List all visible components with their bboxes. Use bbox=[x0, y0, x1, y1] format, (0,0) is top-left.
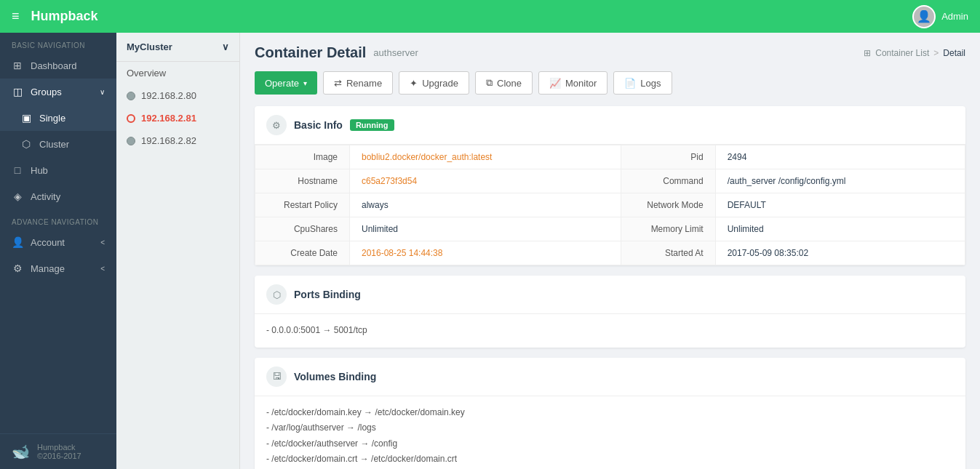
rename-icon: ⇄ bbox=[334, 78, 342, 89]
table-row: Hostname c65a273f3d54 Command /auth_serv… bbox=[255, 169, 965, 193]
sub-sidebar-node-1[interactable]: 192.168.2.81 bbox=[116, 107, 239, 129]
sidebar-item-label: Dashboard bbox=[31, 60, 77, 71]
footer-copy: ©2016-2017 bbox=[37, 452, 81, 460]
sidebar-item-label: Hub bbox=[31, 165, 48, 176]
sub-sidebar-header: MyCluster ∨ bbox=[116, 33, 239, 62]
basic-info-header: ⚙ Basic Info Running bbox=[255, 106, 965, 145]
volumes-entry-3: - /etc/docker/domain.crt → /etc/docker/d… bbox=[266, 452, 954, 468]
sidebar-item-label: Activity bbox=[31, 191, 60, 202]
table-row: Image bobliu2.docker/docker_auth:latest … bbox=[255, 145, 965, 169]
sidebar-item-account[interactable]: 👤 Account < bbox=[0, 229, 116, 255]
monitor-button[interactable]: 📈 Monitor bbox=[538, 71, 607, 95]
logs-button[interactable]: 📄 Logs bbox=[613, 71, 672, 95]
memory-limit-label: Memory Limit bbox=[621, 217, 715, 241]
ports-entry-0: - 0.0.0.0:5001 → 5001/tcp bbox=[266, 323, 954, 339]
basic-info-icon: ⚙ bbox=[266, 115, 287, 135]
command-label: Command bbox=[621, 169, 715, 193]
volumes-entry-0: - /etc/docker/domain.key → /etc/docker/d… bbox=[266, 405, 954, 421]
cluster-chevron-icon[interactable]: ∨ bbox=[222, 41, 229, 52]
ports-binding-card: ⬡ Ports Binding - 0.0.0.0:5001 → 5001/tc… bbox=[255, 276, 965, 348]
rename-button[interactable]: ⇄ Rename bbox=[323, 71, 393, 95]
upgrade-button[interactable]: ✦ Upgrade bbox=[399, 71, 469, 95]
cpushares-value: Unlimited bbox=[350, 217, 621, 241]
breadcrumb-list-link[interactable]: Container List bbox=[875, 48, 929, 58]
sidebar-item-single[interactable]: ▣ Single bbox=[0, 105, 116, 131]
network-mode-label: Network Mode bbox=[621, 193, 715, 217]
sidebar-item-label: Single bbox=[39, 113, 65, 124]
page-title-area: Container Detail authserver bbox=[255, 44, 418, 61]
network-mode-value: DEFAULT bbox=[715, 193, 965, 217]
ports-header: ⬡ Ports Binding bbox=[255, 276, 965, 314]
top-header: ≡ Humpback 👤 Admin bbox=[0, 0, 980, 33]
manage-chevron-icon: < bbox=[100, 265, 105, 273]
page-title: Container Detail bbox=[255, 44, 366, 61]
clone-button[interactable]: ⧉ Clone bbox=[475, 71, 533, 95]
pid-value: 2494 bbox=[715, 145, 965, 169]
node-ip-2: 192.168.2.82 bbox=[141, 135, 196, 146]
restart-policy-label: Restart Policy bbox=[255, 193, 350, 217]
monitor-icon: 📈 bbox=[549, 78, 561, 89]
page-subtitle: authserver bbox=[373, 47, 418, 58]
breadcrumb: ⊞ Container List > Detail bbox=[864, 48, 965, 58]
chevron-down-icon: ∨ bbox=[100, 88, 105, 96]
toolbar: Operate ▾ ⇄ Rename ✦ Upgrade ⧉ Clone 📈 M… bbox=[255, 71, 965, 95]
clone-icon: ⧉ bbox=[486, 77, 493, 89]
hostname-value: c65a273f3d54 bbox=[350, 169, 621, 193]
user-area: 👤 Admin bbox=[912, 5, 968, 28]
clone-label: Clone bbox=[497, 78, 522, 89]
started-at-value: 2017-05-09 08:35:02 bbox=[715, 241, 965, 265]
upgrade-label: Upgrade bbox=[422, 78, 458, 89]
basic-nav-label: BASIC NAVIGATION bbox=[0, 33, 116, 52]
create-date-label: Create Date bbox=[255, 241, 350, 265]
sidebar-item-dashboard[interactable]: ⊞ Dashboard bbox=[0, 52, 116, 79]
sidebar: BASIC NAVIGATION ⊞ Dashboard ◫ Groups ∨ … bbox=[0, 33, 116, 469]
volumes-entry-1: - /var/log/authserver → /logs bbox=[266, 420, 954, 436]
activity-icon: ◈ bbox=[12, 191, 23, 202]
advance-nav-label: ADVANCE NAVIGATION bbox=[0, 209, 116, 229]
sub-sidebar-node-2[interactable]: 192.168.2.82 bbox=[116, 129, 239, 152]
table-row: Restart Policy always Network Mode DEFAU… bbox=[255, 193, 965, 217]
sidebar-item-activity[interactable]: ◈ Activity bbox=[0, 183, 116, 209]
sidebar-item-label: Manage bbox=[31, 263, 65, 274]
sub-sidebar: MyCluster ∨ Overview 192.168.2.80 192.16… bbox=[116, 33, 240, 469]
sidebar-footer: 🐋 Humpback ©2016-2017 bbox=[0, 433, 116, 469]
single-icon: ▣ bbox=[20, 112, 32, 124]
avatar: 👤 bbox=[912, 5, 936, 28]
image-label: Image bbox=[255, 145, 350, 169]
node-status-icon-1 bbox=[127, 114, 135, 123]
volumes-entry-2: - /etc/docker/authserver → /config bbox=[266, 436, 954, 452]
monitor-label: Monitor bbox=[565, 78, 597, 89]
table-row: Create Date 2016-08-25 14:44:38 Started … bbox=[255, 241, 965, 265]
sidebar-item-label: Cluster bbox=[39, 139, 69, 150]
table-row: CpuShares Unlimited Memory Limit Unlimit… bbox=[255, 217, 965, 241]
create-date-value: 2016-08-25 14:44:38 bbox=[350, 241, 621, 265]
node-status-icon-0 bbox=[127, 92, 135, 100]
upgrade-icon: ✦ bbox=[410, 78, 418, 89]
manage-icon: ⚙ bbox=[12, 262, 23, 274]
page-header: Container Detail authserver ⊞ Container … bbox=[255, 44, 965, 61]
account-icon: 👤 bbox=[12, 236, 23, 248]
hamburger-icon[interactable]: ≡ bbox=[12, 9, 20, 24]
brand-name: Humpback bbox=[31, 9, 913, 24]
logs-label: Logs bbox=[640, 78, 661, 89]
sidebar-item-manage[interactable]: ⚙ Manage < bbox=[0, 255, 116, 281]
hostname-label: Hostname bbox=[255, 169, 350, 193]
node-ip-0: 192.168.2.80 bbox=[141, 90, 196, 101]
rename-label: Rename bbox=[346, 78, 382, 89]
sidebar-item-groups[interactable]: ◫ Groups ∨ bbox=[0, 79, 116, 105]
breadcrumb-separator: > bbox=[933, 48, 939, 58]
started-at-label: Started At bbox=[621, 241, 715, 265]
hub-icon: □ bbox=[12, 164, 23, 176]
sidebar-item-hub[interactable]: □ Hub bbox=[0, 157, 116, 183]
breadcrumb-current: Detail bbox=[943, 48, 965, 58]
ports-icon: ⬡ bbox=[266, 284, 287, 305]
sidebar-item-label: Groups bbox=[31, 87, 62, 97]
layout: BASIC NAVIGATION ⊞ Dashboard ◫ Groups ∨ … bbox=[0, 33, 980, 469]
operate-button[interactable]: Operate ▾ bbox=[255, 71, 317, 95]
status-badge: Running bbox=[350, 119, 394, 131]
main-content: Container Detail authserver ⊞ Container … bbox=[240, 33, 980, 469]
sub-sidebar-overview[interactable]: Overview bbox=[116, 62, 239, 84]
cluster-name: MyCluster bbox=[127, 41, 172, 52]
sidebar-item-cluster[interactable]: ⬡ Cluster bbox=[0, 131, 116, 157]
sub-sidebar-node-0[interactable]: 192.168.2.80 bbox=[116, 84, 239, 107]
